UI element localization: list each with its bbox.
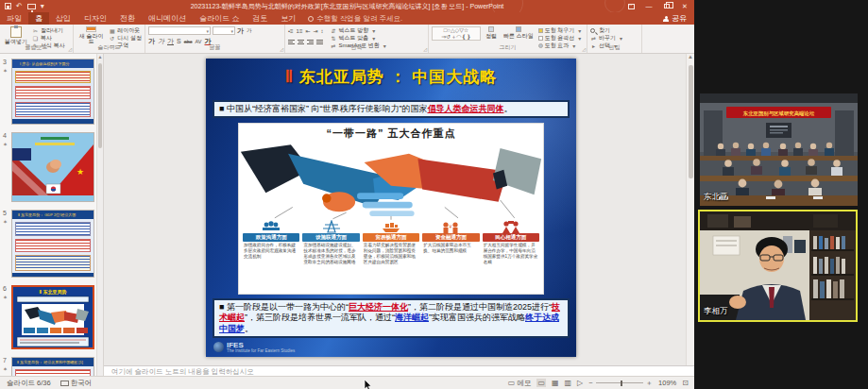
notes-placeholder: 여기에 슬라이드 노트의 내용을 입력하십시오 <box>111 367 254 376</box>
quick-styles-button[interactable]: 빠른 스타일 <box>502 26 536 45</box>
increase-indent-button[interactable]: ⇥ <box>313 27 317 34</box>
tab-home[interactable]: 홈 <box>28 12 49 25</box>
cargo-ship-icon <box>381 220 401 233</box>
paste-button[interactable]: 붙여넣기 <box>3 26 29 45</box>
fit-to-window-button[interactable]: ⊡ <box>682 379 689 387</box>
tab-file[interactable]: 파일 <box>0 12 28 25</box>
memo-icon: ▭ <box>508 379 516 387</box>
paragraph-dialog-launcher[interactable]: ◿ <box>423 46 427 52</box>
video-feed-speaker-active[interactable]: 李相万 <box>698 210 858 322</box>
find-icon <box>590 28 595 33</box>
thumbnail-slide-4[interactable]: 4✶ ★ <box>11 132 94 202</box>
tab-animations[interactable]: 애니메이션 <box>142 12 193 25</box>
title-bar: ↶ ▾ 20231123-朝鲜半岛局势与北朝鲜的对外政策[东北亚国别与区域研究高… <box>0 0 694 12</box>
layout-button[interactable]: ▦레이아웃 <box>109 27 142 34</box>
cut-button[interactable]: ✂잘라내기 <box>32 27 65 34</box>
bri-column-policy: 政策沟通方面 加强政府间合作，积极构建多层次政府间宏观政策沟通交流机制 <box>243 220 299 292</box>
thumbnail-slide-5[interactable]: 5✶ Ⅱ 东北亚局势： GDP 2位!经济大国 <box>11 210 94 278</box>
clipboard-dialog-launcher[interactable]: ◿ <box>68 46 72 52</box>
restore-button[interactable] <box>659 1 674 11</box>
tab-design[interactable]: 디자인 <box>77 12 113 25</box>
close-button[interactable]: ✕ <box>677 1 692 11</box>
new-slide-button[interactable]: 새 슬라이드 <box>77 26 106 45</box>
align-text-button[interactable]: ⇅텍스트 맞춤▾ <box>331 35 388 42</box>
tab-review[interactable]: 검토 <box>246 12 274 25</box>
tab-transitions[interactable]: 전환 <box>113 12 142 25</box>
undo-icon[interactable]: ↶ <box>16 3 23 10</box>
thumbnail-slide-6-selected[interactable]: 6✶ Ⅱ 东北亚局势 <box>11 285 94 349</box>
lightbulb-icon <box>308 16 314 22</box>
text-direction-icon: ⇵ <box>331 27 337 34</box>
diagram-title: “一带一路” 五大合作重点 <box>239 124 543 141</box>
notes-pane[interactable]: 여기에 슬라이드 노트의 내용을 입력하십시오 <box>104 365 694 376</box>
copy-button[interactable]: ❏복사 <box>32 35 65 42</box>
numbering-button[interactable]: 1≡ <box>297 28 303 34</box>
memo-button[interactable]: ▭ 메모 <box>508 379 532 388</box>
slide-title: Ⅱ 东北亚局势 ： 中国大战略 <box>206 66 576 88</box>
zoom-knob[interactable] <box>621 381 623 386</box>
font-name-combo[interactable]: ▾ <box>148 26 211 35</box>
reading-view-button[interactable]: ▥ <box>565 379 572 387</box>
text-direction-button[interactable]: ⇵텍스트 방향▾ <box>331 27 388 34</box>
ifes-logo-icon <box>213 342 224 352</box>
slide-thumbnail-panel: 3✶ Ⅰ 序言: 从合纵连横到天下两分 4✶ <box>0 54 104 376</box>
zoom-out-icon[interactable]: − <box>588 379 592 387</box>
tell-me-box[interactable]: 수행할 작업을 알려 주세요. <box>302 12 408 25</box>
find-button[interactable]: 찾기 <box>590 27 624 34</box>
shape-fill-button[interactable]: 도형 채우기▾ <box>538 27 584 34</box>
line-spacing-button[interactable]: ↕ <box>321 28 324 34</box>
infrastructure-icon <box>321 220 342 233</box>
ribbon-display-options-button[interactable] <box>623 1 638 11</box>
belt-road-diagram: “一带一路” 五大合作重点 <box>238 123 544 295</box>
paste-icon <box>10 26 22 38</box>
thumbnail-slide-7[interactable]: 7✶ Ⅱ 东北亚局势： 经济发展和中国崛起 [1] <box>11 357 94 376</box>
zoom-slider[interactable]: − ＋ <box>588 379 653 388</box>
canvas-scrollbar[interactable]: ▲ <box>686 54 694 365</box>
armwrestle-image: ★ <box>12 133 94 201</box>
video-feed-conference-room[interactable]: 东北亚国别与区域研究高端论坛 <box>700 93 858 206</box>
window-title: 20231123-朝鲜半岛局势与北朝鲜的对外政策[东北亚国别与区域研究高端论坛讲… <box>0 2 694 11</box>
slide-sorter-view-button[interactable]: ▦ <box>552 379 559 387</box>
shrink-font-icon[interactable]: 가 <box>247 27 252 34</box>
zoom-level[interactable]: 109% <box>658 379 676 387</box>
slide[interactable]: Ⅱ 东北亚局势 ： 中国大战略 ■ 中国从“经济富裕国家” 向“世界秩序行使影响… <box>206 59 576 357</box>
share-button[interactable]: 공유 <box>663 12 694 25</box>
bullets-button[interactable]: •≡ <box>288 28 294 34</box>
shape-fill-icon <box>538 28 543 33</box>
shape-outline-button[interactable]: 도형 윤곽선▾ <box>538 35 584 42</box>
minimize-button[interactable]: — <box>641 1 656 11</box>
thumbnail-slide-3[interactable]: 3✶ Ⅰ 序言: 从合纵连横到天下两分 <box>11 59 94 125</box>
animation-indicator-icon: ✶ <box>3 294 8 300</box>
svg-text:¥: ¥ <box>450 224 452 229</box>
decrease-indent-button[interactable]: ⇤ <box>305 27 310 34</box>
shapes-gallery[interactable]: □○△◇▽☆ ⇒↺＋◠❴❵ <box>432 26 481 41</box>
customize-qat-icon[interactable]: ▾ <box>41 3 44 10</box>
normal-view-button[interactable]: ▭ <box>536 379 546 387</box>
thumbnail-scrollbar[interactable]: ▲ <box>96 54 103 376</box>
shape-outline-icon <box>538 36 543 41</box>
tab-slideshow[interactable]: 슬라이드 쇼 <box>193 12 246 25</box>
new-slide-icon <box>86 26 96 32</box>
person-icon <box>663 16 669 22</box>
font-dialog-launcher[interactable]: ◿ <box>280 46 283 52</box>
replace-button[interactable]: ⇄바꾸기▾ <box>590 35 624 42</box>
copy-icon: ❏ <box>32 35 39 42</box>
font-size-combo[interactable]: ▾ <box>213 26 235 35</box>
start-slideshow-icon[interactable] <box>27 4 36 9</box>
language-indicator[interactable]: 한국어 <box>60 379 93 388</box>
save-icon[interactable] <box>5 3 11 9</box>
zoom-in-icon[interactable]: ＋ <box>646 379 654 388</box>
grow-font-icon[interactable]: 가 <box>237 26 244 36</box>
mouse-cursor <box>364 380 372 389</box>
drawing-dialog-launcher[interactable]: ◿ <box>582 46 586 52</box>
status-bar: 슬라이드 6/36 한국어 ▭ 메모 ▭ ▦ ▥ ▷ − ＋ 109% ⊡ <box>0 376 694 389</box>
arrange-button[interactable]: 정렬 <box>484 26 499 45</box>
slideshow-view-button[interactable]: ▷ <box>577 379 583 387</box>
reset-button[interactable]: ↺다시 설정 <box>109 35 142 42</box>
quick-styles-icon <box>516 26 521 32</box>
speaker-scene <box>700 211 856 320</box>
quick-access-toolbar: ↶ ▾ <box>0 3 44 10</box>
tab-view[interactable]: 보기 <box>274 12 302 25</box>
tab-insert[interactable]: 삽입 <box>49 12 77 25</box>
slide-indicator: 슬라이드 6/36 <box>7 379 51 388</box>
